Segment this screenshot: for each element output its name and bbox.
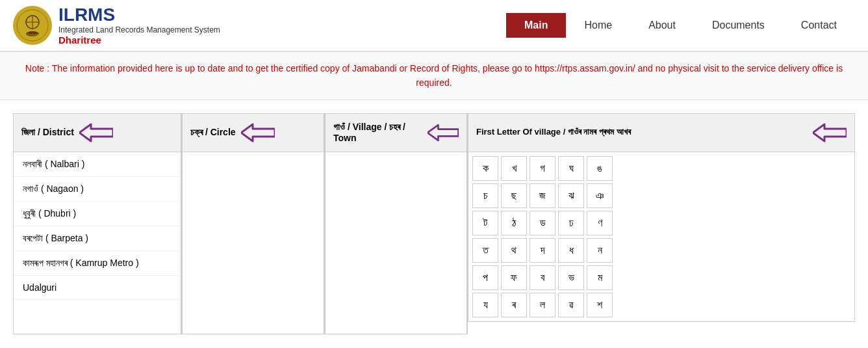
list-item[interactable]: নলবাৰী ( Nalbari ) bbox=[14, 152, 181, 177]
letter-cell[interactable]: ধ bbox=[558, 238, 584, 263]
letter-cell[interactable]: ভ bbox=[558, 265, 584, 290]
letter-cell[interactable]: গ bbox=[530, 156, 555, 181]
circle-column: চক্ৰ / Circle bbox=[182, 113, 325, 334]
letter-cell[interactable]: প bbox=[472, 265, 498, 290]
letter-cell[interactable]: ল bbox=[530, 293, 555, 317]
letter-cell[interactable]: ঘ bbox=[558, 156, 584, 181]
circle-header: চক্ৰ / Circle bbox=[182, 113, 324, 152]
letter-cell[interactable]: জ bbox=[530, 183, 555, 208]
letter-grid-container: কখগঘঙচছজঝঞটঠডঢণতথদধনপফবভমযৰলৱশ bbox=[468, 152, 855, 322]
letter-cell[interactable]: ন bbox=[587, 238, 613, 263]
app-title: ILRMS bbox=[58, 5, 220, 25]
letter-cell[interactable]: ৰ bbox=[501, 293, 527, 317]
main-nav: Main Home About Documents Contact bbox=[506, 13, 855, 38]
letter-cell[interactable]: ঙ bbox=[587, 156, 613, 181]
letter-cell[interactable]: ট bbox=[472, 211, 498, 235]
list-item[interactable]: বৰপেটা ( Barpeta ) bbox=[14, 226, 181, 251]
letter-cell[interactable]: য bbox=[472, 293, 498, 317]
letters-header: First Letter Of village / গাওঁৰ নামৰ প্ৰ… bbox=[468, 113, 855, 152]
letters-column: First Letter Of village / গাওঁৰ নামৰ প্ৰ… bbox=[468, 113, 855, 334]
letter-cell[interactable]: খ bbox=[501, 156, 527, 181]
circle-label: চক্ৰ / Circle bbox=[190, 127, 236, 138]
nav-contact[interactable]: Contact bbox=[783, 13, 855, 38]
letter-cell[interactable]: দ bbox=[530, 238, 555, 263]
letters-label: First Letter Of village / গাওঁৰ নামৰ প্ৰ… bbox=[476, 126, 631, 138]
list-item[interactable]: কামৰূপ মহানগৰ ( Kamrup Metro ) bbox=[14, 251, 181, 276]
note-text: Note : The information provided here is … bbox=[25, 63, 843, 88]
letter-cell[interactable]: শ bbox=[587, 293, 613, 317]
logo-text: ILRMS Integrated Land Records Management… bbox=[58, 5, 220, 46]
nav-home[interactable]: Home bbox=[566, 13, 630, 38]
app-subtitle: Integrated Land Records Management Syste… bbox=[58, 25, 220, 34]
logo-area: SATYAMEV ILRMS Integrated Land Records M… bbox=[13, 5, 220, 46]
district-column: জিলা / District নলবাৰী ( Nalbari ) নগাওঁ… bbox=[13, 113, 182, 334]
svg-marker-6 bbox=[79, 124, 113, 141]
list-item[interactable]: নগাওঁ ( Nagaon ) bbox=[14, 177, 181, 202]
letter-cell[interactable]: ণ bbox=[587, 211, 613, 235]
district-arrow-icon bbox=[79, 123, 113, 142]
circle-list[interactable] bbox=[182, 152, 324, 334]
logo-icon: SATYAMEV bbox=[13, 6, 52, 45]
letter-cell[interactable]: ফ bbox=[501, 265, 527, 290]
svg-text:SATYAMEV: SATYAMEV bbox=[22, 33, 43, 37]
svg-marker-7 bbox=[241, 124, 275, 141]
nav-main[interactable]: Main bbox=[506, 13, 566, 38]
letter-cell[interactable]: থ bbox=[501, 238, 527, 263]
letter-cell[interactable]: ড bbox=[530, 211, 555, 235]
village-label: গাওঁ / Village / চহৰ / Town bbox=[333, 122, 422, 143]
svg-marker-9 bbox=[813, 124, 847, 141]
list-item[interactable]: ধুবুৰী ( Dhubri ) bbox=[14, 202, 181, 226]
letter-cell[interactable]: ঞ bbox=[587, 183, 613, 208]
letter-grid: কখগঘঙচছজঝঞটঠডঢণতথদধনপফবভমযৰলৱশ bbox=[472, 156, 850, 317]
letter-cell[interactable]: ৱ bbox=[558, 293, 584, 317]
nav-documents[interactable]: Documents bbox=[694, 13, 783, 38]
letter-cell[interactable]: ঠ bbox=[501, 211, 527, 235]
main-content: জিলা / District নলবাৰী ( Nalbari ) নগাওঁ… bbox=[0, 100, 868, 347]
letter-cell[interactable]: ঢ bbox=[558, 211, 584, 235]
letters-arrow-icon bbox=[813, 123, 847, 142]
village-header: গাওঁ / Village / চহৰ / Town bbox=[325, 113, 467, 152]
nav-about[interactable]: About bbox=[630, 13, 694, 38]
village-list[interactable] bbox=[325, 152, 467, 334]
svg-marker-8 bbox=[428, 125, 459, 141]
district-header: জিলা / District bbox=[13, 113, 181, 152]
village-column: গাওঁ / Village / চহৰ / Town bbox=[325, 113, 468, 334]
app-brand: Dharitree bbox=[58, 34, 220, 46]
letter-cell[interactable]: চ bbox=[472, 183, 498, 208]
letter-cell[interactable]: ত bbox=[472, 238, 498, 263]
letter-cell[interactable]: ছ bbox=[501, 183, 527, 208]
district-label: জিলা / District bbox=[21, 127, 74, 138]
circle-arrow-icon bbox=[241, 123, 275, 142]
header: SATYAMEV ILRMS Integrated Land Records M… bbox=[0, 0, 868, 52]
letter-cell[interactable]: ঝ bbox=[558, 183, 584, 208]
letter-cell[interactable]: ব bbox=[530, 265, 555, 290]
note-bar: Note : The information provided here is … bbox=[0, 52, 868, 100]
letter-cell[interactable]: ম bbox=[587, 265, 613, 290]
letter-cell[interactable]: ক bbox=[472, 156, 498, 181]
list-item[interactable]: Udalguri bbox=[14, 276, 181, 300]
village-arrow-icon bbox=[428, 123, 459, 142]
district-list[interactable]: নলবাৰী ( Nalbari ) নগাওঁ ( Nagaon ) ধুবু… bbox=[13, 152, 181, 334]
